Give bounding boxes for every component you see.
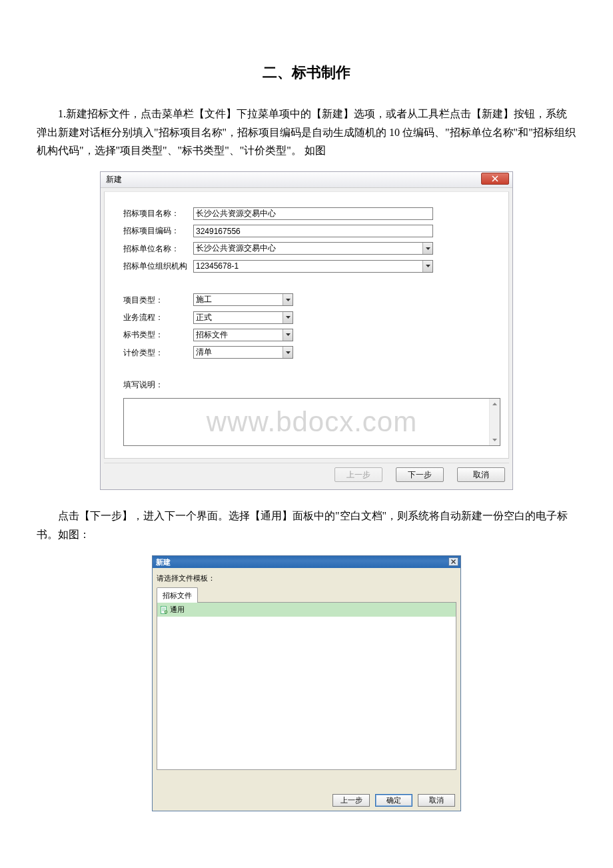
paragraph-2: 点击【下一步】，进入下一个界面。选择【通用】面板中的"空白文档"，则系统将自动新… [27, 507, 586, 543]
dialog1-title: 新建 [106, 173, 122, 186]
section-title: 二、标书制作 [27, 60, 586, 85]
select-doc-type-value[interactable] [194, 329, 283, 341]
select-unit-name[interactable] [193, 242, 433, 255]
label-price-type: 计价类型： [123, 346, 193, 359]
cancel-button[interactable]: 取消 [457, 467, 505, 482]
tab-bid-file[interactable]: 招标文件 [157, 587, 198, 603]
dialog2-titlebar: 新建 [153, 556, 460, 568]
chevron-down-icon[interactable] [283, 329, 293, 341]
select-project-type[interactable] [193, 293, 293, 306]
chevron-down-icon[interactable] [422, 243, 432, 254]
description-textarea-wrap: www.bdocx.com [123, 398, 500, 446]
file-icon [160, 606, 168, 614]
input-project-code[interactable] [193, 225, 433, 237]
select-price-type-value[interactable] [194, 347, 283, 358]
label-description: 填写说明： [123, 378, 500, 391]
template-list: 通用 [157, 602, 456, 770]
dialog2-footer: 上一步 确定 取消 [157, 791, 456, 807]
cancel-button[interactable]: 取消 [418, 794, 455, 807]
input-project-name[interactable] [193, 207, 433, 220]
select-price-type[interactable] [193, 346, 293, 359]
label-org-code: 招标单位组织机构 [123, 259, 193, 273]
select-biz-process[interactable] [193, 311, 293, 324]
select-unit-name-value[interactable] [194, 243, 422, 254]
chevron-down-icon[interactable] [283, 312, 293, 323]
scroll-up-icon[interactable] [490, 399, 500, 409]
label-unit-name: 招标单位名称： [123, 242, 193, 255]
label-project-type: 项目类型： [123, 293, 193, 307]
list-item-label: 通用 [170, 603, 185, 616]
ok-button[interactable]: 确定 [375, 794, 412, 807]
template-label: 请选择文件模板： [157, 572, 456, 585]
chevron-down-icon[interactable] [283, 294, 293, 305]
select-project-type-value[interactable] [194, 294, 283, 305]
close-icon[interactable] [481, 173, 509, 185]
next-button[interactable]: 下一步 [396, 467, 444, 482]
dialog2-title: 新建 [156, 556, 171, 569]
prev-button: 上一步 [334, 467, 382, 482]
chevron-down-icon[interactable] [283, 347, 293, 358]
scroll-down-icon[interactable] [490, 435, 500, 445]
label-project-name: 招标项目名称： [123, 207, 193, 220]
paragraph-1: 1.新建招标文件，点击菜单栏【文件】下拉菜单项中的【新建】选项，或者从工具栏点击… [27, 105, 586, 159]
chevron-down-icon[interactable] [422, 261, 432, 272]
select-doc-type[interactable] [193, 329, 293, 341]
select-biz-process-value[interactable] [194, 312, 283, 323]
new-dialog-2: 新建 请选择文件模板： 招标文件 通用 上一步 确定 [152, 555, 461, 811]
label-doc-type: 标书类型： [123, 328, 193, 341]
dialog1-titlebar: 新建 [101, 172, 512, 188]
close-icon[interactable] [448, 557, 458, 566]
prev-button[interactable]: 上一步 [332, 794, 370, 807]
list-item-general[interactable]: 通用 [157, 603, 456, 617]
new-dialog-1: 新建 招标项目名称： 招标项目编码： 招标单位名称： [100, 171, 513, 491]
label-biz-process: 业务流程： [123, 311, 193, 324]
description-textarea[interactable] [124, 399, 489, 445]
scrollbar[interactable] [489, 399, 500, 445]
select-org-code[interactable] [193, 260, 433, 273]
select-org-code-value[interactable] [194, 261, 422, 272]
dialog1-footer: 上一步 下一步 取消 [104, 463, 509, 486]
label-project-code: 招标项目编码： [123, 224, 193, 237]
